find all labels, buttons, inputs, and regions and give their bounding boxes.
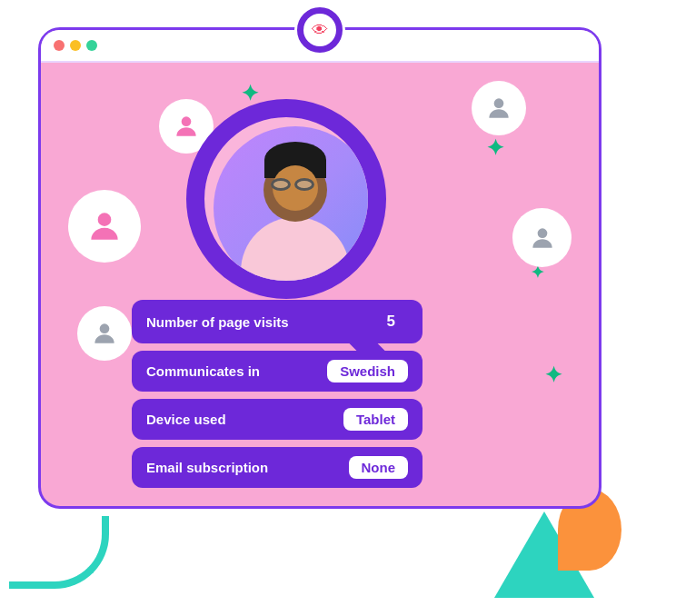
- svg-point-4: [100, 323, 110, 333]
- info-card-label-3: Device used: [146, 412, 226, 427]
- browser-body: ✦ ✦ ✦ ✦ ✦: [41, 63, 599, 506]
- window-dot-red: [54, 40, 65, 51]
- magnifier-circle: [186, 99, 386, 299]
- person-icon-3: [84, 206, 124, 246]
- sparkle-icon-5: ✦: [544, 363, 562, 388]
- person-icon-2: [484, 94, 513, 123]
- info-card-communicates: Communicates in Swedish: [132, 351, 422, 392]
- person-head: [263, 158, 327, 222]
- top-avatar: 👁: [294, 5, 345, 55]
- teal-curve-decoration: [9, 516, 109, 589]
- sparkle-icon-2: ✦: [486, 135, 504, 161]
- info-card-page-visits: Number of page visits 5: [132, 300, 422, 343]
- info-card-value-4: None: [349, 456, 409, 479]
- info-card-label-4: Email subscription: [146, 460, 268, 475]
- svg-point-1: [494, 98, 504, 108]
- info-card-value-1: 5: [374, 309, 408, 334]
- eye-icon: 👁: [312, 21, 328, 40]
- scene: 👁 ✦ ✦ ✦ ✦ ✦: [0, 0, 676, 616]
- info-card-email: Email subscription None: [132, 447, 422, 488]
- user-circle-3: [68, 190, 141, 263]
- info-card-label-2: Communicates in: [146, 363, 260, 379]
- avatar-inner: 👁: [303, 14, 336, 46]
- person-photo: [214, 126, 377, 290]
- info-card-value-3: Tablet: [343, 408, 408, 431]
- info-card-label-1: Number of page visits: [146, 314, 289, 330]
- info-cards-container: Number of page visits 5 Communicates in …: [132, 300, 422, 488]
- person-body: [241, 217, 350, 290]
- user-circle-2: [472, 81, 526, 135]
- window-dot-green: [86, 40, 97, 51]
- user-circle-5: [77, 306, 132, 361]
- info-card-value-2: Swedish: [327, 360, 408, 383]
- person-icon-4: [528, 224, 557, 253]
- svg-point-2: [98, 213, 112, 226]
- user-circle-4: [512, 208, 572, 267]
- svg-point-3: [537, 228, 547, 238]
- info-card-device: Device used Tablet: [132, 399, 422, 440]
- person-icon-5: [90, 319, 119, 348]
- browser-window: 👁 ✦ ✦ ✦ ✦ ✦: [38, 27, 601, 509]
- window-dot-yellow: [70, 40, 81, 51]
